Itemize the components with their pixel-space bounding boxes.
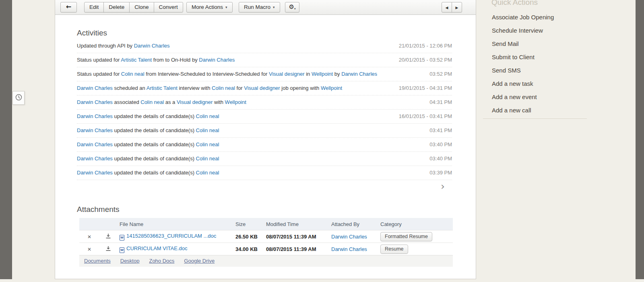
- attachment-file-link[interactable]: CURRICULAM VITAE.doc: [126, 245, 187, 251]
- activity-link[interactable]: Darwin Charles: [77, 127, 113, 133]
- edit-button[interactable]: Edit: [84, 2, 104, 12]
- attached-by-link[interactable]: Darwin Charles: [331, 234, 367, 240]
- chevron-down-icon: ▾: [273, 5, 275, 9]
- activity-timestamp: 16/01/2015 - 03:41 PM: [391, 112, 452, 120]
- left-triangle-icon: ◀: [446, 6, 448, 10]
- activity-text: Status updated for Artistic Talent from …: [77, 56, 235, 64]
- run-macro-button[interactable]: Run Macro▾: [239, 2, 280, 12]
- activity-link[interactable]: Colin neal: [196, 127, 219, 133]
- word-doc-icon: W: [120, 247, 124, 253]
- activities-pager: ›: [77, 180, 452, 193]
- activity-timestamp: 20/01/2015 - 03:52 PM: [391, 56, 452, 64]
- gear-icon: ⚙: [289, 3, 294, 10]
- clone-button[interactable]: Clone: [129, 2, 154, 12]
- record-nav-group: ◀ ▶: [442, 2, 462, 12]
- activity-row: Darwin Charles scheduled an Artistic Tal…: [77, 81, 452, 95]
- quick-actions-title: Quick Actions: [491, 0, 538, 7]
- attachment-size: 34.00 KB: [233, 243, 264, 255]
- quick-action-submit-to-client[interactable]: Submit to Client: [492, 50, 636, 64]
- next-page-chevron-icon[interactable]: ›: [441, 180, 445, 192]
- chevron-down-icon: ▾: [294, 7, 296, 10]
- activity-link[interactable]: Colin neal: [196, 170, 219, 176]
- activity-row: Darwin Charles associated Colin neal as …: [77, 95, 452, 110]
- activity-link[interactable]: Darwin Charles: [77, 141, 113, 147]
- activity-link[interactable]: Darwin Charles: [77, 156, 113, 162]
- attachment-category-cell: Formatted Resume: [378, 230, 453, 243]
- activity-text: Updated through API by Darwin Charles: [77, 42, 170, 50]
- download-icon[interactable]: [105, 234, 111, 240]
- activity-link[interactable]: Visual dedigner: [177, 99, 213, 105]
- activity-link[interactable]: Darwin Charles: [77, 85, 113, 91]
- attachment-source-links: DocumentsDesktopZoho DocsGoogle Drive: [79, 255, 453, 267]
- quick-action-schedule-interview[interactable]: Schedule Interview: [492, 24, 636, 37]
- settings-gear-button[interactable]: ⚙▾: [285, 2, 299, 12]
- activity-link[interactable]: Darwin Charles: [77, 99, 113, 105]
- back-arrow-icon: ←: [66, 3, 71, 10]
- attachment-file-cell: W1415285036623_CURRICULAM ...doc: [117, 230, 233, 243]
- quick-action-associate-job-opening[interactable]: Associate Job Opening: [492, 10, 636, 24]
- quick-action-add-a-new-event[interactable]: Add a new event: [492, 90, 636, 104]
- clock-icon: [15, 93, 23, 103]
- word-doc-icon: W: [120, 235, 124, 241]
- history-clock-button[interactable]: [12, 91, 25, 105]
- source-link-desktop[interactable]: Desktop: [120, 258, 140, 264]
- activity-link[interactable]: Wellpoint: [321, 85, 342, 91]
- next-record-button[interactable]: ▶: [452, 2, 462, 12]
- record-toolbar: ← EditDeleteCloneConvert More Actions▾ R…: [55, 0, 476, 15]
- right-edge-strip: [636, 0, 644, 279]
- previous-record-button[interactable]: ◀: [442, 2, 452, 12]
- activity-link[interactable]: Visual dedigner: [244, 85, 280, 91]
- column-header-size: Size: [233, 218, 264, 230]
- activity-row: Darwin Charles updated the details of ca…: [77, 166, 452, 180]
- activity-link[interactable]: Artistic Talent: [147, 85, 178, 91]
- chevron-down-icon: ▾: [225, 5, 227, 9]
- delete-attachment-icon[interactable]: ✕: [87, 234, 91, 240]
- activity-row: Status updated for Artistic Talent from …: [77, 53, 452, 67]
- column-header-modified-time: Modified Time: [264, 218, 329, 230]
- activity-link[interactable]: Colin neal: [196, 113, 219, 119]
- quick-action-send-mail[interactable]: Send Mail: [492, 37, 636, 50]
- activity-link[interactable]: Darwin Charles: [199, 57, 235, 63]
- activity-link[interactable]: Wellpoint: [225, 99, 246, 105]
- delete-attachment-icon[interactable]: ✕: [87, 247, 91, 252]
- source-link-google-drive[interactable]: Google Drive: [184, 258, 215, 264]
- activity-link[interactable]: Wellpoint: [312, 71, 333, 77]
- attachment-file-link[interactable]: 1415285036623_CURRICULAM ...doc: [126, 233, 216, 239]
- attachments-header-spacer: [79, 218, 99, 230]
- attachment-modified-time: 08/07/2015 11:39 AM: [264, 243, 329, 255]
- activity-link[interactable]: Colin neal: [121, 71, 144, 77]
- activity-timestamp: 04:31 PM: [421, 98, 452, 106]
- source-link-zoho-docs[interactable]: Zoho Docs: [149, 258, 174, 264]
- attached-by-link[interactable]: Darwin Charles: [331, 246, 367, 252]
- activity-link[interactable]: Darwin Charles: [77, 170, 113, 176]
- activity-link[interactable]: Artistic Talent: [121, 57, 152, 63]
- attachment-file-cell: WCURRICULAM VITAE.doc: [117, 243, 233, 255]
- sidebar-divider: [483, 118, 587, 119]
- activity-timestamp: 03:40 PM: [421, 141, 452, 149]
- activity-text: Darwin Charles updated the details of ca…: [77, 141, 219, 149]
- activity-text: Darwin Charles updated the details of ca…: [77, 112, 219, 120]
- attachment-size: 26.50 KB: [233, 230, 264, 243]
- source-link-documents[interactable]: Documents: [84, 258, 111, 264]
- quick-action-add-a-new-call[interactable]: Add a new call: [492, 104, 636, 117]
- more-actions-button[interactable]: More Actions▾: [186, 2, 233, 12]
- quick-action-add-a-new-task[interactable]: Add a new task: [492, 77, 636, 90]
- download-icon[interactable]: [105, 246, 111, 252]
- activity-link[interactable]: Visual designer: [269, 71, 305, 77]
- activity-row: Darwin Charles updated the details of ca…: [77, 124, 452, 138]
- convert-button[interactable]: Convert: [154, 2, 183, 12]
- activity-link[interactable]: Darwin Charles: [77, 113, 113, 119]
- activity-link[interactable]: Darwin Charles: [134, 43, 170, 49]
- activity-link[interactable]: Colin neal: [196, 156, 219, 162]
- column-header-file-name: File Name: [117, 218, 233, 230]
- activity-link[interactable]: Colin neal: [212, 85, 235, 91]
- attachment-attached-by-cell: Darwin Charles: [329, 243, 378, 255]
- record-action-button-group: EditDeleteCloneConvert: [84, 2, 183, 12]
- activity-link[interactable]: Colin neal: [196, 141, 219, 147]
- delete-button[interactable]: Delete: [103, 2, 130, 12]
- activity-text: Darwin Charles updated the details of ca…: [77, 169, 219, 177]
- quick-action-send-sms[interactable]: Send SMS: [492, 64, 636, 77]
- back-button[interactable]: ←: [60, 2, 77, 12]
- activity-link[interactable]: Colin neal: [140, 99, 164, 105]
- activity-link[interactable]: Darwin Charles: [341, 71, 377, 77]
